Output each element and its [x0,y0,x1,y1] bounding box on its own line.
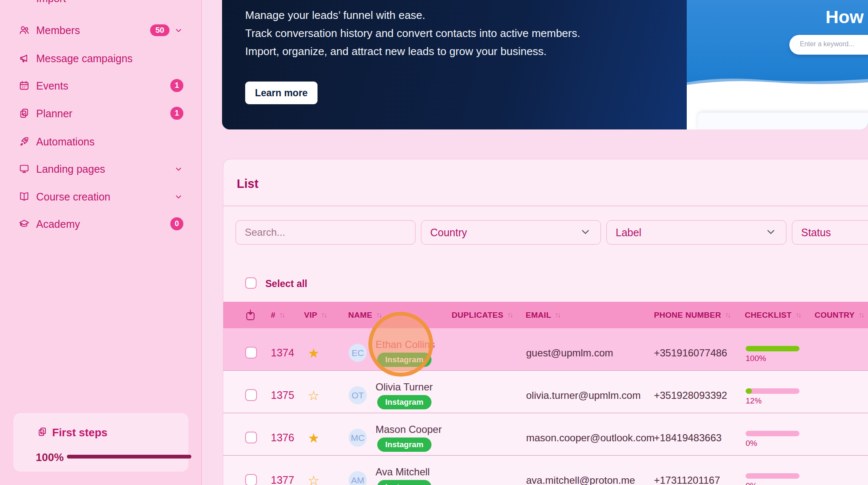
row-checkbox[interactable] [245,474,257,485]
first-steps-card[interactable]: First steps 100% [13,413,188,472]
member-email: guest@upmlm.com [526,347,613,359]
source-label-badge: Instagram [377,480,431,485]
help-center-search-box: Enter a keyword... [789,35,868,55]
export-icon[interactable] [245,309,256,322]
column-header-vip[interactable]: VIP↑↓ [304,302,326,328]
member-name[interactable]: Ethan Collins [376,339,435,351]
chevron-down-icon[interactable] [174,192,183,201]
vip-star-icon[interactable]: ☆ [305,473,322,485]
vip-star-icon[interactable]: ☆ [305,388,322,403]
select-all-checkbox[interactable] [245,277,257,289]
chevron-down-icon [581,229,590,235]
row-id: 1377 [271,474,294,485]
promo-banner: Manage your leads’ funnel with ease. Tra… [222,0,868,129]
chevron-down-icon [767,229,775,235]
table-row[interactable]: 1374 ★ EC Ethan Collins Instagram guest@… [223,328,868,371]
column-header-id[interactable]: #↑↓ [271,302,284,328]
label-filter-dropdown[interactable]: Label [606,220,786,245]
sidebar-item-events[interactable]: Events 1 [0,79,202,93]
checklist-progress-bar [746,388,799,394]
book-icon [19,191,30,202]
megaphone-icon [19,53,30,64]
banner-text: Manage your leads’ funnel with ease. Tra… [245,6,580,61]
calendar-icon [19,80,30,91]
help-center-search-placeholder: Enter a keyword... [800,40,854,48]
sidebar-item-message-campaigns[interactable]: Message campaigns [0,51,202,66]
search-field [236,220,415,245]
sort-icon: ↑↓ [555,311,560,319]
clipboard-check-icon [19,108,30,119]
row-id: 1376 [271,432,294,444]
vip-star-icon[interactable]: ★ [305,345,322,361]
banner-line: Track conversation history and convert c… [245,24,580,42]
row-checkbox[interactable] [245,432,257,443]
sidebar-item-planner[interactable]: Planner 1 [0,106,202,121]
checklist-percent: 12% [746,396,762,406]
member-name[interactable]: Ava Mitchell [376,466,430,478]
chevron-down-icon[interactable] [174,165,183,174]
row-id: 1375 [271,389,294,401]
checklist-percent: 0% [746,481,757,485]
avatar: MC [349,429,367,447]
sidebar-item-members[interactable]: Members 50 [0,23,202,37]
status-filter-dropdown[interactable]: Status [792,220,868,245]
sidebar-item-import[interactable]: Import [36,0,66,5]
member-name[interactable]: Olivia Turner [376,381,433,393]
row-checkbox[interactable] [245,389,257,401]
members-icon [19,24,30,36]
sidebar-item-automations[interactable]: Automations [0,134,202,149]
select-all-label: Select all [265,278,307,290]
rocket-icon [19,136,30,147]
member-phone: +18419483663 [654,432,722,444]
sidebar: Import Members 50 Message campaigns Even… [0,0,202,485]
chevron-down-icon[interactable] [174,26,183,35]
search-input[interactable] [236,221,415,244]
source-label-badge: Instagram [377,395,431,409]
checklist-progress-bar [746,346,799,351]
learn-more-button[interactable]: Learn more [245,82,318,104]
member-phone: +351928093392 [654,390,727,401]
country-filter-dropdown[interactable]: Country [421,220,601,245]
preview-card [698,113,868,129]
column-header-email[interactable]: EMAIL↑↓ [526,302,560,328]
help-center-preview-image: How C Enter a keyword... [687,0,868,129]
table-row[interactable]: 1376 ★ MC Mason Cooper Instagram mason.c… [223,413,868,456]
sort-icon: ↑↓ [376,311,381,319]
events-count-badge: 1 [170,79,183,92]
member-phone: +17311201167 [654,474,720,485]
first-steps-title: First steps [52,426,108,439]
avatar: EC [349,344,367,362]
first-steps-percent: 100% [36,451,64,464]
help-center-heading: How C [826,7,868,27]
row-checkbox[interactable] [245,347,257,358]
member-name[interactable]: Mason Cooper [376,424,442,435]
column-header-phone[interactable]: PHONE NUMBER↑↓ [654,302,730,328]
column-header-country[interactable]: COUNTRY↑↓ [815,302,863,328]
row-id: 1374 [271,347,294,359]
sidebar-item-course-creation[interactable]: Course creation [0,190,202,204]
avatar: AM [349,471,367,485]
table-body: 1374 ★ EC Ethan Collins Instagram guest@… [223,328,868,485]
member-email: mason.cooper@outlook.com [526,432,655,444]
monitor-icon [19,163,30,174]
sort-icon: ↑↓ [725,311,730,319]
sidebar-item-landing-pages[interactable]: Landing pages [0,162,202,176]
column-header-duplicates[interactable]: DUPLICATES↑↓ [452,302,512,328]
source-label-badge: Instagram [377,438,431,452]
checklist-progress-bar [746,431,799,436]
sort-icon: ↑↓ [279,311,284,319]
source-label-badge: Instagram [377,353,431,367]
column-header-name[interactable]: NAME↑↓ [348,302,381,328]
sidebar-item-academy[interactable]: Academy 0 [0,217,202,231]
sort-icon: ↑↓ [321,311,326,319]
column-header-checklist[interactable]: CHECKLIST↑↓ [745,302,800,328]
table-row[interactable]: 1377 ☆ AM Ava Mitchell Instagram ava.mit… [223,456,868,485]
table-row[interactable]: 1375 ☆ OT Olivia Turner Instagram olivia… [223,371,868,413]
checklist-progress-bar [746,473,799,479]
sort-icon: ↑↓ [795,311,800,319]
divider [223,206,868,206]
clipboard-check-icon [37,427,48,437]
list-card: List Country Label Status Select all #↑↓… [223,159,868,485]
checklist-percent: 100% [746,354,766,363]
vip-star-icon[interactable]: ★ [305,430,322,446]
